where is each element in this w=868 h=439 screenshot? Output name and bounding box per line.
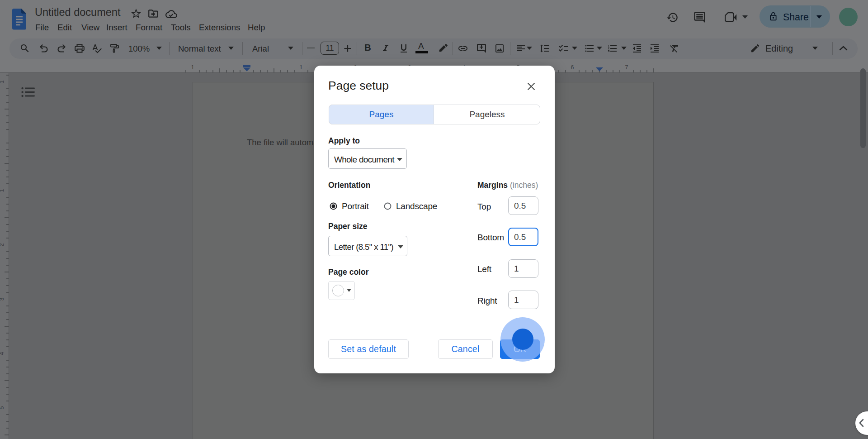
svg-text:1: 1 xyxy=(191,64,194,71)
svg-text:7: 7 xyxy=(625,64,628,71)
svg-text:2: 2 xyxy=(0,243,5,246)
svg-text:3: 3 xyxy=(0,297,5,301)
svg-text:6: 6 xyxy=(571,64,574,71)
svg-text:4: 4 xyxy=(0,352,5,355)
svg-text:5: 5 xyxy=(0,406,5,409)
svg-text:1: 1 xyxy=(0,80,5,83)
svg-text:1: 1 xyxy=(0,189,5,192)
svg-text:1: 1 xyxy=(300,64,303,71)
